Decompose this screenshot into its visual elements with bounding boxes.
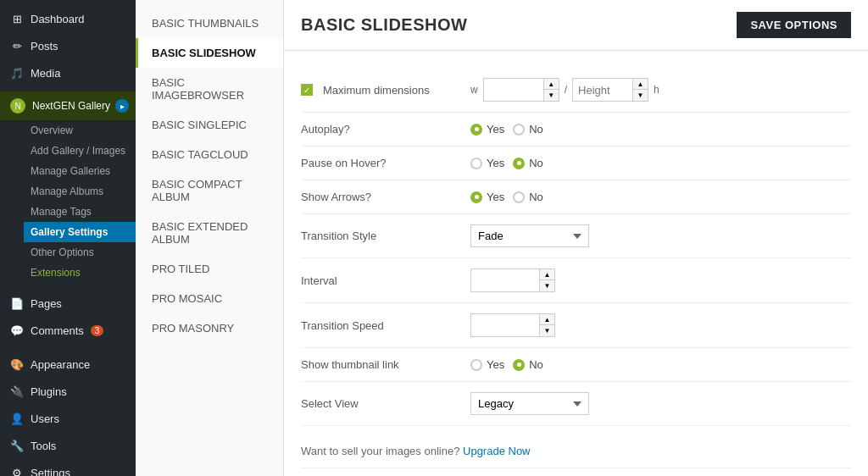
sidebar-item-posts[interactable]: ✏ Posts — [0, 32, 136, 59]
height-up-btn[interactable]: ▲ — [632, 79, 648, 90]
show-arrows-yes-radio[interactable] — [470, 191, 482, 203]
sidebar-item-overview[interactable]: Overview — [24, 120, 136, 141]
appearance-icon: 🎨 — [10, 357, 24, 371]
transition-style-label: Transition Style — [301, 230, 470, 242]
sidebar-item-add-gallery[interactable]: Add Gallery / Images — [24, 141, 136, 161]
pages-icon: 📄 — [10, 296, 24, 310]
nav-item-basic-slideshow[interactable]: BASIC SLIDESHOW — [136, 38, 283, 68]
nextgen-submenu: Overview Add Gallery / Images Manage Gal… — [0, 120, 136, 283]
form-row-pause-hover: Pause on Hover? Yes No — [301, 147, 851, 180]
posts-icon: ✏ — [10, 39, 24, 53]
transition-speed-up-btn[interactable]: ▲ — [539, 314, 554, 325]
form-row-autoplay: Autoplay? Yes No — [301, 113, 851, 147]
nav-item-pro-masonry[interactable]: PRO MASONRY — [136, 313, 283, 343]
thumbnail-link-yes-radio[interactable] — [470, 359, 482, 371]
transition-style-control: Fade Slide None — [470, 224, 851, 247]
nav-item-basic-thumbnails[interactable]: BASIC THUMBNAILS — [136, 8, 283, 38]
form-row-thumbnail-link: Show thumbnail link Yes No — [301, 348, 851, 382]
autoplay-yes-radio[interactable] — [470, 124, 482, 136]
thumbnail-link-no-radio[interactable] — [513, 359, 525, 371]
sidebar-item-manage-galleries[interactable]: Manage Galleries — [24, 161, 136, 181]
sidebar-item-comments[interactable]: 💬 Comments 3 — [0, 317, 136, 344]
form-row-show-arrows: Show Arrows? Yes No — [301, 180, 851, 214]
sidebar-item-nextgen-gallery[interactable]: N NextGEN Gallery ▸ — [0, 91, 136, 120]
sidebar-item-gallery-settings[interactable]: Gallery Settings — [24, 222, 136, 242]
pause-hover-control: Yes No — [470, 157, 851, 169]
tools-icon: 🔧 — [10, 439, 24, 452]
nav-item-basic-tagcloud[interactable]: BASIC TAGCLOUD — [136, 140, 283, 169]
height-down-btn[interactable]: ▼ — [632, 90, 648, 101]
sidebar-item-extensions[interactable]: Extensions — [24, 263, 136, 283]
transition-speed-input[interactable]: 300 — [471, 314, 539, 336]
form-row-select-view: Select View Legacy Default — [301, 382, 851, 426]
nav-item-pro-mosaic[interactable]: PRO MOSAIC — [136, 284, 283, 313]
show-arrows-control: Yes No — [470, 191, 851, 203]
height-input[interactable] — [573, 79, 632, 101]
autoplay-no-option[interactable]: No — [513, 123, 543, 136]
show-arrows-radio-group: Yes No — [470, 191, 543, 203]
sidebar-item-appearance[interactable]: 🎨 Appearance — [0, 351, 136, 378]
width-label: w — [470, 84, 478, 96]
transition-speed-input-wrap[interactable]: 300 ▲ ▼ — [470, 313, 555, 337]
interval-spinners: ▲ ▼ — [539, 269, 554, 291]
nav-item-basic-extended-album[interactable]: BASIC EXTENDED ALBUM — [136, 212, 283, 254]
transition-speed-down-btn[interactable]: ▼ — [539, 325, 554, 336]
interval-input[interactable]: 3000 — [471, 269, 539, 291]
sidebar-item-plugins[interactable]: 🔌 Plugins — [0, 378, 136, 405]
page-title: BASIC SLIDESHOW — [301, 15, 467, 35]
show-arrows-label: Show Arrows? — [301, 191, 470, 203]
nextgen-icon: N — [10, 98, 25, 113]
pause-hover-no-radio[interactable] — [513, 158, 525, 169]
dashboard-icon: ⊞ — [10, 12, 24, 25]
height-spinners: ▲ ▼ — [632, 79, 648, 101]
width-spinner-input[interactable]: 1000 ▲ ▼ — [483, 78, 559, 102]
autoplay-no-radio[interactable] — [513, 124, 525, 136]
sidebar-item-tools[interactable]: 🔧 Tools — [0, 432, 136, 459]
nav-item-basic-imagebrowser[interactable]: BASIC IMAGEBROWSER — [136, 68, 283, 110]
thumbnail-link-control: Yes No — [470, 358, 851, 371]
width-spinners: ▲ ▼ — [543, 79, 559, 101]
save-options-button[interactable]: SAVE OPTIONS — [737, 12, 851, 38]
transition-speed-label: Transition Speed — [301, 319, 470, 332]
transition-style-select[interactable]: Fade Slide None — [470, 224, 589, 247]
show-arrows-no-option[interactable]: No — [513, 191, 543, 203]
interval-input-wrap[interactable]: 3000 ▲ ▼ — [470, 268, 555, 292]
thumbnail-link-no-option[interactable]: No — [513, 358, 543, 371]
sidebar-item-media[interactable]: 🎵 Media — [0, 59, 136, 86]
height-spinner-input[interactable]: ▲ ▼ — [572, 78, 648, 102]
width-up-btn[interactable]: ▲ — [543, 79, 559, 90]
pause-hover-yes-option[interactable]: Yes — [470, 157, 504, 169]
autoplay-label: Autoplay? — [301, 123, 470, 136]
pause-hover-yes-radio[interactable] — [470, 158, 482, 169]
interval-up-btn[interactable]: ▲ — [539, 269, 554, 280]
nav-item-basic-compact-album[interactable]: BASIC COMPACT ALBUM — [136, 169, 283, 212]
sidebar-item-manage-tags[interactable]: Manage Tags — [24, 202, 136, 222]
media-icon: 🎵 — [10, 66, 24, 80]
upgrade-now-link[interactable]: Upgrade Now — [463, 445, 531, 457]
sidebar-item-manage-albums[interactable]: Manage Albums — [24, 181, 136, 202]
sidebar-item-pages[interactable]: 📄 Pages — [0, 290, 136, 317]
thumbnail-link-yes-option[interactable]: Yes — [470, 358, 504, 371]
nav-item-pro-tiled[interactable]: PRO TILED — [136, 254, 283, 284]
show-arrows-yes-option[interactable]: Yes — [470, 191, 504, 203]
pause-hover-label: Pause on Hover? — [301, 157, 470, 169]
select-view-label: Select View — [301, 397, 470, 410]
interval-down-btn[interactable]: ▼ — [539, 280, 554, 291]
plugins-icon: 🔌 — [10, 385, 24, 398]
sidebar-item-users[interactable]: 👤 Users — [0, 405, 136, 432]
nav-item-basic-singlepic[interactable]: BASIC SINGLEPIC — [136, 110, 283, 140]
form-row-transition-style: Transition Style Fade Slide None — [301, 214, 851, 258]
sidebar-item-other-options[interactable]: Other Options — [24, 242, 136, 263]
show-arrows-no-radio[interactable] — [513, 191, 525, 203]
autoplay-yes-option[interactable]: Yes — [470, 123, 504, 136]
width-down-btn[interactable]: ▼ — [543, 90, 559, 101]
pause-hover-no-option[interactable]: No — [513, 157, 543, 169]
thumbnail-link-label: Show thumbnail link — [301, 358, 470, 371]
width-input[interactable]: 1000 — [484, 79, 543, 101]
transition-speed-spinners: ▲ ▼ — [539, 314, 554, 336]
sidebar-item-dashboard[interactable]: ⊞ Dashboard — [0, 5, 136, 32]
sidebar-item-settings[interactable]: ⚙ Settings — [0, 459, 136, 476]
max-dimensions-checkbox[interactable] — [301, 84, 313, 96]
select-view-select[interactable]: Legacy Default — [470, 392, 589, 415]
main-header: BASIC SLIDESHOW SAVE OPTIONS — [284, 0, 868, 51]
